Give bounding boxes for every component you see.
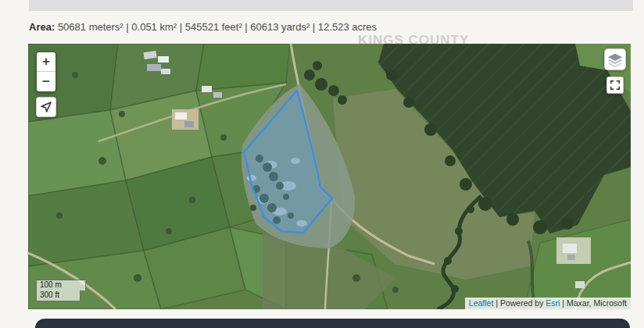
fullscreen-button[interactable] — [606, 77, 624, 94]
scale-control: 100 m 300 ft — [36, 280, 86, 301]
powered-by-text: Powered by — [500, 298, 546, 308]
zoom-in-button[interactable]: + — [37, 52, 55, 72]
esri-link[interactable]: Esri — [546, 298, 560, 308]
area-value-km: 0.051 km² — [131, 21, 177, 33]
area-value-feet: 545521 feet² — [185, 21, 242, 33]
map-attribution: Leaflet | Powered by Esri | Maxar, Micro… — [465, 298, 631, 309]
area-label: Area: — [29, 21, 55, 33]
zoom-control: + − — [36, 52, 56, 92]
locate-button[interactable] — [36, 97, 56, 117]
separator: | — [309, 21, 318, 33]
area-value-meters: 50681 meters² — [58, 21, 123, 33]
layers-button[interactable] — [604, 48, 626, 70]
zoom-out-button[interactable]: − — [37, 72, 55, 91]
separator: | — [242, 21, 251, 33]
top-accent-bar — [29, 0, 633, 11]
area-value-yards: 60613 yards² — [250, 21, 309, 33]
bottom-panel — [35, 319, 630, 328]
satellite-imagery — [28, 44, 631, 309]
layers-icon — [606, 52, 624, 69]
separator: | — [493, 298, 500, 308]
attribution-sources: Maxar, Microsoft — [567, 298, 627, 308]
area-value-acres: 12.523 acres — [318, 21, 377, 33]
separator: | — [123, 21, 132, 33]
area-summary: Area: 50681 meters² | 0.051 km² | 545521… — [29, 21, 623, 34]
map-container[interactable]: + − 100 m 300 ft Leaflet | Powered by Es… — [28, 44, 631, 309]
fullscreen-icon — [610, 80, 621, 91]
scale-metric: 100 m — [36, 280, 86, 291]
separator: | — [560, 298, 567, 308]
scale-imperial: 300 ft — [36, 291, 80, 301]
separator: | — [177, 21, 185, 33]
leaflet-link[interactable]: Leaflet — [469, 298, 494, 308]
navigation-arrow-icon — [40, 101, 52, 113]
